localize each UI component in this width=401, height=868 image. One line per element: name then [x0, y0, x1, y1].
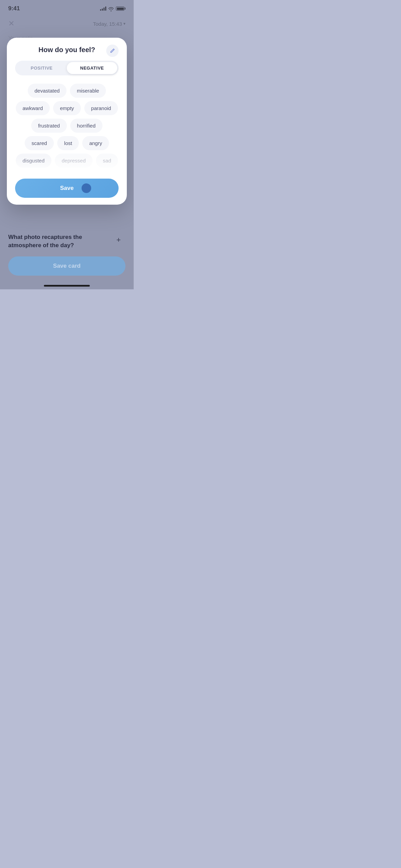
save-dot-indicator [82, 183, 91, 193]
emotion-lost[interactable]: lost [57, 136, 79, 150]
emotion-sad[interactable]: sad [96, 154, 118, 168]
tab-switcher: POSITIVE NEGATIVE [15, 61, 119, 75]
emotions-container: devastated miserable awkward empty paran… [15, 84, 119, 173]
home-indicator [44, 285, 90, 287]
save-label: Save [60, 185, 74, 192]
emotion-scared[interactable]: scared [25, 136, 54, 150]
emotion-devastated[interactable]: devastated [28, 84, 66, 98]
save-btn-container: Save [15, 173, 119, 205]
modal-header: How do you feel? [15, 46, 119, 54]
emotion-awkward[interactable]: awkward [16, 101, 50, 115]
feel-modal: How do you feel? POSITIVE NEGATIVE devas… [7, 38, 127, 205]
modal-title: How do you feel? [38, 46, 95, 54]
photo-question-section: What photo recaptures the atmosphere of … [8, 233, 125, 250]
emotions-grid: devastated miserable awkward empty paran… [15, 84, 119, 173]
emotion-disgusted[interactable]: disgusted [16, 154, 51, 168]
save-button[interactable]: Save [15, 179, 119, 198]
edit-button[interactable] [106, 45, 119, 57]
bottom-content: What photo recaptures the atmosphere of … [0, 226, 134, 289]
emotion-miserable[interactable]: miserable [70, 84, 106, 98]
photo-question-text: What photo recaptures the atmosphere of … [8, 233, 97, 250]
emotion-frustrated[interactable]: frustrated [31, 119, 66, 133]
tab-negative[interactable]: NEGATIVE [67, 62, 117, 74]
save-card-button[interactable]: Save card [8, 256, 125, 276]
tab-positive[interactable]: POSITIVE [16, 62, 67, 74]
emotion-paranoid[interactable]: paranoid [84, 101, 118, 115]
emotion-empty[interactable]: empty [53, 101, 81, 115]
add-photo-button[interactable]: + [112, 233, 125, 247]
emotion-depressed[interactable]: depressed [55, 154, 93, 168]
emotion-horrified[interactable]: horrified [70, 119, 102, 133]
emotion-angry[interactable]: angry [82, 136, 109, 150]
